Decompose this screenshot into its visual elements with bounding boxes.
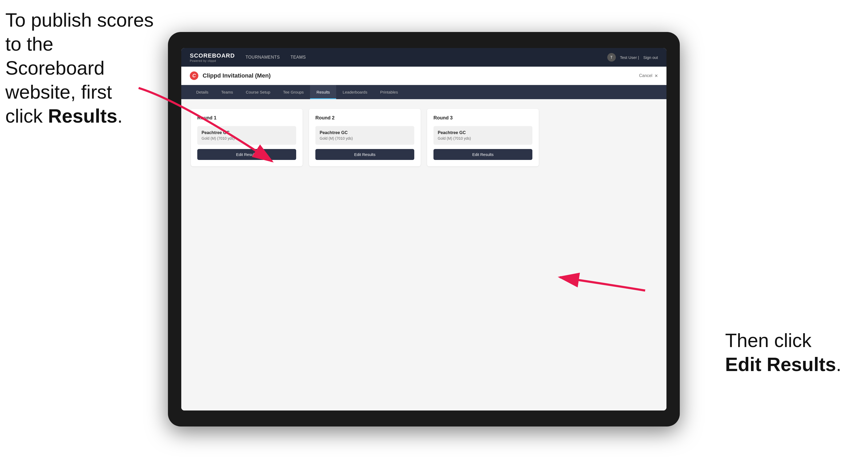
logo-text: SCOREBOARD — [190, 52, 235, 59]
scoreboard-logo: SCOREBOARD Powered by clippd — [190, 52, 235, 62]
round-2-course-details: Gold (M) (7010 yds) — [320, 136, 410, 141]
tablet-device: SCOREBOARD Powered by clippd TOURNAMENTS… — [168, 32, 680, 427]
empty-column — [545, 109, 657, 166]
round-2-course-name: Peachtree GC — [320, 130, 410, 135]
cancel-button[interactable]: Cancel ✕ — [639, 73, 658, 79]
main-content: Round 1 Peachtree GC Gold (M) (7010 yds)… — [181, 99, 666, 410]
tab-printables[interactable]: Printables — [374, 85, 404, 99]
nav-links: TOURNAMENTS TEAMS — [246, 55, 607, 60]
edit-results-button-3[interactable]: Edit Results — [433, 149, 532, 160]
round-1-course-details: Gold (M) (7010 yds) — [202, 136, 292, 141]
tournament-name: Clippd Invitational (Men) — [203, 72, 271, 79]
cancel-label: Cancel — [639, 73, 652, 78]
nav-teams[interactable]: TEAMS — [290, 55, 306, 60]
tablet-screen: SCOREBOARD Powered by clippd TOURNAMENTS… — [181, 48, 666, 410]
tab-results[interactable]: Results — [310, 85, 336, 99]
instruction-then-click: Then click — [725, 330, 811, 351]
instruction-line1: To publish scores — [5, 9, 154, 31]
round-3-course-name: Peachtree GC — [438, 130, 528, 135]
round-2-course-card: Peachtree GC Gold (M) (7010 yds) — [315, 126, 414, 145]
round-3-title: Round 3 — [433, 115, 532, 121]
nav-user-text: Test User | — [620, 55, 639, 60]
round-3-course-details: Gold (M) (7010 yds) — [438, 136, 528, 141]
rounds-grid: Round 1 Peachtree GC Gold (M) (7010 yds)… — [191, 109, 657, 166]
tab-leaderboards[interactable]: Leaderboards — [336, 85, 374, 99]
round-1-title: Round 1 — [197, 115, 296, 121]
tournament-header: C Clippd Invitational (Men) Cancel ✕ — [181, 67, 666, 85]
round-3-course-card: Peachtree GC Gold (M) (7010 yds) — [433, 126, 532, 145]
tab-details[interactable]: Details — [190, 85, 215, 99]
round-3-card: Round 3 Peachtree GC Gold (M) (7010 yds)… — [427, 109, 539, 166]
round-2-card: Round 2 Peachtree GC Gold (M) (7010 yds)… — [309, 109, 421, 166]
nav-tournaments[interactable]: TOURNAMENTS — [246, 55, 280, 60]
instruction-line4-prefix: click — [5, 105, 48, 127]
round-1-course-name: Peachtree GC — [202, 130, 292, 135]
tournament-title-row: C Clippd Invitational (Men) — [190, 71, 271, 80]
close-icon: ✕ — [654, 73, 658, 79]
tab-course-setup[interactable]: Course Setup — [239, 85, 277, 99]
instruction-line2: to the Scoreboard — [5, 33, 104, 79]
instruction-bottom-right: Then click Edit Results. — [725, 329, 841, 376]
tab-tee-groups[interactable]: Tee Groups — [277, 85, 310, 99]
nav-right: T Test User | Sign out — [607, 53, 658, 62]
tab-teams[interactable]: Teams — [215, 85, 239, 99]
instruction-line3: website, first — [5, 81, 112, 103]
round-1-card: Round 1 Peachtree GC Gold (M) (7010 yds)… — [191, 109, 303, 166]
instruction-top-left: To publish scores to the Scoreboard webs… — [5, 8, 155, 128]
instruction-bottom-suffix: . — [836, 354, 841, 375]
round-2-title: Round 2 — [315, 115, 414, 121]
clippd-icon: C — [190, 71, 198, 80]
round-1-course-card: Peachtree GC Gold (M) (7010 yds) — [197, 126, 296, 145]
top-nav: SCOREBOARD Powered by clippd TOURNAMENTS… — [181, 48, 666, 67]
edit-results-button-1[interactable]: Edit Results — [197, 149, 296, 160]
nav-sign-out[interactable]: Sign out — [643, 55, 658, 60]
powered-by-text: Powered by clippd — [190, 59, 235, 62]
sub-nav: Details Teams Course Setup Tee Groups Re… — [181, 85, 666, 99]
instruction-edit-results-bold: Edit Results — [725, 354, 836, 375]
edit-results-button-2[interactable]: Edit Results — [315, 149, 414, 160]
user-avatar: T — [607, 53, 616, 62]
instruction-line4-suffix: . — [117, 105, 123, 127]
instruction-results-bold: Results — [48, 105, 117, 127]
